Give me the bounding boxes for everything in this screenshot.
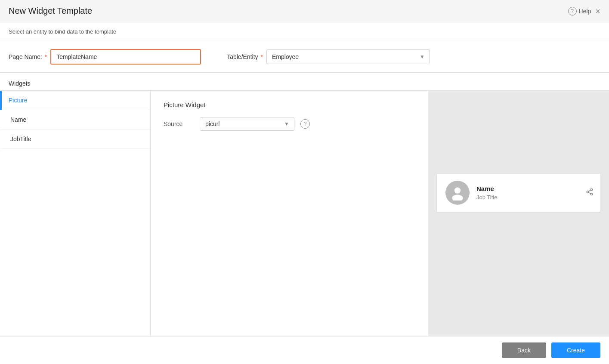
table-entity-label: Table/Entity * xyxy=(227,53,263,60)
widgets-section-label: Widgets xyxy=(0,73,609,90)
dialog-container: New Widget Template ? Help × Select an e… xyxy=(0,0,609,364)
card-name: Name xyxy=(476,185,592,192)
sidebar-item-picture[interactable]: Picture xyxy=(0,91,150,110)
content-area: Widgets Picture Name JobTitle Picture Wi… xyxy=(0,73,609,336)
preview-card: Name Job Title xyxy=(437,174,600,212)
card-info: Name Job Title xyxy=(476,185,592,201)
required-indicator-2: * xyxy=(259,53,263,60)
dialog-title: New Widget Template xyxy=(9,6,92,16)
sidebar-item-jobtitle[interactable]: JobTitle xyxy=(0,130,150,149)
subtitle-text: Select an entity to bind data to the tem… xyxy=(9,28,116,35)
required-indicator: * xyxy=(43,53,47,60)
page-name-input[interactable] xyxy=(50,49,201,65)
dialog-header: New Widget Template ? Help × xyxy=(0,0,609,22)
subtitle-bar: Select an entity to bind data to the tem… xyxy=(0,22,609,41)
main-content: Picture Name JobTitle Picture Widget Sou… xyxy=(0,90,609,336)
help-label: Help xyxy=(579,8,591,15)
back-button[interactable]: Back xyxy=(502,342,546,358)
share-icon[interactable] xyxy=(586,188,594,197)
page-name-label: Page Name: * xyxy=(9,53,47,60)
header-actions: ? Help × xyxy=(568,7,600,15)
entity-select[interactable]: Employee xyxy=(266,49,430,64)
create-button[interactable]: Create xyxy=(551,342,600,358)
source-row: Source picurl ▼ ? xyxy=(164,117,415,131)
source-help-icon[interactable]: ? xyxy=(300,119,310,129)
form-bar: Page Name: * Table/Entity * Employee ▼ xyxy=(0,41,609,73)
svg-line-5 xyxy=(588,192,590,194)
sidebar-item-name[interactable]: Name xyxy=(0,110,150,130)
svg-point-1 xyxy=(452,194,463,201)
widget-config-title: Picture Widget xyxy=(164,101,415,108)
svg-point-0 xyxy=(454,187,461,193)
source-label: Source xyxy=(164,120,194,127)
entity-select-wrapper: Employee ▼ xyxy=(266,49,430,64)
source-select-wrapper: picurl ▼ xyxy=(200,117,294,131)
avatar xyxy=(445,181,470,205)
svg-line-6 xyxy=(588,190,590,191)
help-button[interactable]: ? Help xyxy=(568,7,591,15)
table-entity-field: Table/Entity * Employee ▼ xyxy=(227,49,430,64)
widget-config-panel: Picture Widget Source picurl ▼ ? xyxy=(151,91,428,336)
card-job-title: Job Title xyxy=(476,194,592,201)
preview-area: Name Job Title xyxy=(428,91,609,336)
footer: Back Create xyxy=(0,336,609,364)
page-name-field: Page Name: * xyxy=(9,49,201,65)
help-circle-icon: ? xyxy=(568,7,577,15)
sidebar: Picture Name JobTitle xyxy=(0,91,151,336)
source-select[interactable]: picurl xyxy=(200,117,294,131)
close-button[interactable]: × xyxy=(595,7,600,15)
